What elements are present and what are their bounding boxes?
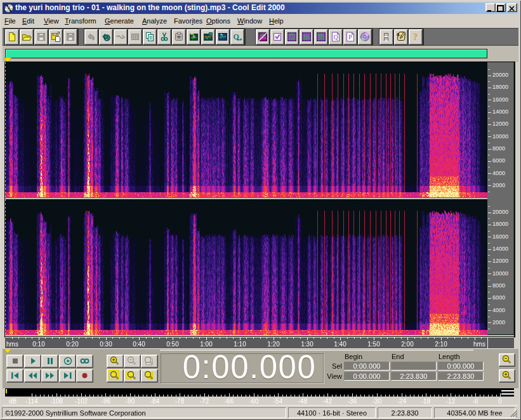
svg-text:P: P [348,34,352,41]
svg-text:?: ? [413,32,418,42]
svg-text:Q: Q [334,34,339,41]
